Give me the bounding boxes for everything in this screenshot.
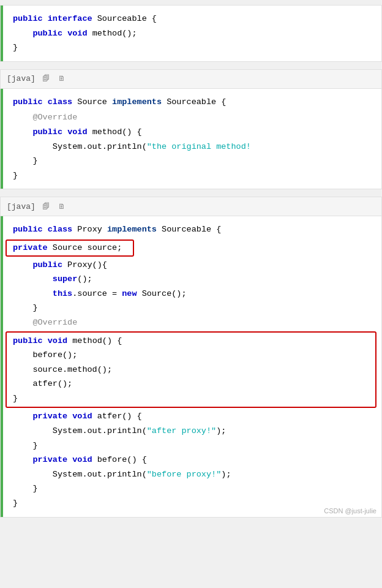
line: }	[3, 40, 381, 55]
lang-label: [java]	[7, 74, 36, 83]
line: System.out.println("after proxy!");	[3, 424, 381, 439]
line: }	[3, 439, 381, 453]
code-content-interface: public interface Sourceable { public voi…	[1, 6, 381, 61]
line: public void method();	[3, 26, 381, 41]
code-header-source: [java] 🗐 🗎	[1, 70, 381, 89]
copy-icon-proxy[interactable]: 🗐	[40, 201, 51, 212]
code-block-proxy: [java] 🗐 🗎 public class Proxy implements…	[0, 197, 382, 517]
line: public interface Sourceable {	[3, 12, 381, 26]
line: public void method() {	[3, 125, 381, 140]
copy-icon[interactable]: 🗐	[40, 74, 51, 85]
line-source-method: source.method();	[10, 363, 372, 377]
watermark: CSDN @just-julie	[324, 507, 376, 514]
line: System.out.println("before proxy!");	[3, 467, 381, 482]
code-content-source: public class Source implements Sourceabl…	[1, 89, 381, 189]
line	[3, 237, 381, 238]
line: }	[3, 154, 381, 168]
line: }	[3, 168, 381, 183]
line: }	[3, 481, 381, 496]
line-atfer: atfer();	[10, 377, 372, 391]
code-block-interface: public interface Sourceable { public voi…	[0, 5, 382, 62]
line-field: private Source source;	[10, 241, 129, 255]
line: private void before() {	[3, 453, 381, 467]
highlighted-method: public void method() { before(); source.…	[6, 331, 376, 409]
code-block-source: [java] 🗐 🗎 public class Source implement…	[0, 69, 382, 190]
line: @Override	[3, 110, 381, 125]
line: public class Proxy implements Sourceable…	[3, 222, 381, 237]
line: public Proxy(){	[3, 258, 381, 273]
code-content-proxy: public class Proxy implements Sourceable…	[1, 216, 381, 516]
line: private void atfer() {	[3, 409, 381, 424]
file-icon-proxy[interactable]: 🗎	[56, 201, 67, 212]
line: this.source = new Source();	[3, 287, 381, 301]
code-header-proxy: [java] 🗐 🗎	[1, 197, 381, 216]
line: System.out.println("the original method!	[3, 140, 381, 154]
line-method-start: public void method() {	[10, 334, 372, 349]
line: public class Source implements Sourceabl…	[3, 95, 381, 110]
lang-label-proxy: [java]	[7, 202, 36, 211]
line: }	[3, 301, 381, 315]
line: @Override	[3, 315, 381, 330]
highlighted-field: private Source source;	[6, 239, 134, 257]
line-before: before();	[10, 348, 372, 363]
file-icon[interactable]: 🗎	[56, 74, 67, 85]
line-method-end: }	[10, 391, 372, 406]
line: super();	[3, 272, 381, 287]
